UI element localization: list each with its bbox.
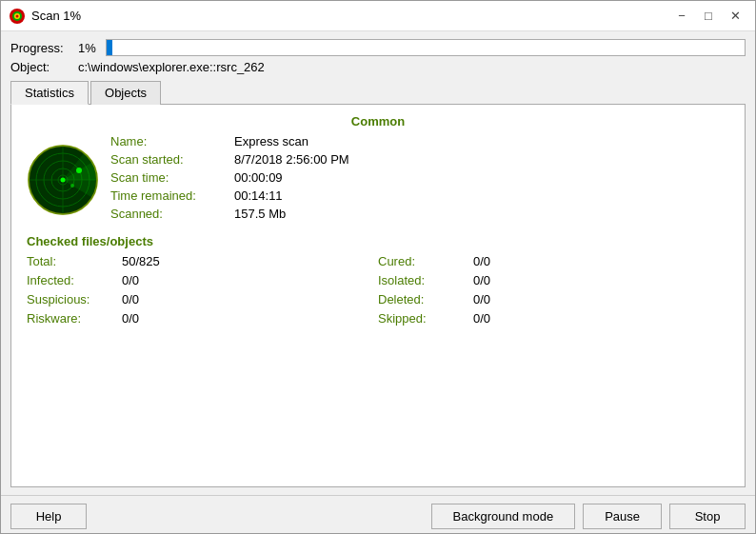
progress-label: Progress:	[10, 41, 72, 55]
checked-row-infected: Infected: 0/0	[27, 273, 378, 287]
stats-row-time-remained: Time remained: 00:14:11	[110, 188, 729, 203]
maximize-button[interactable]: □	[696, 7, 721, 26]
stats-row-scan-time: Scan time: 00:00:09	[110, 170, 729, 185]
stats-row-scan-started: Scan started: 8/7/2018 2:56:00 PM	[110, 152, 729, 167]
checked-deleted-value: 0/0	[473, 292, 490, 307]
stats-name-label: Name:	[110, 134, 234, 148]
stop-button[interactable]: Stop	[669, 504, 746, 529]
checked-total-label: Total:	[27, 254, 122, 268]
stats-main: Name: Express scan Scan started: 8/7/201…	[110, 134, 729, 225]
checked-total-value: 50/825	[122, 254, 160, 268]
common-section-title: Common	[27, 114, 729, 129]
object-row: Object: c:\windows\explorer.exe::rsrc_26…	[10, 60, 746, 74]
checked-skipped-label: Skipped:	[378, 311, 473, 326]
checked-col-right: Cured: 0/0 Isolated: 0/0 Deleted: 0/0	[378, 254, 729, 330]
footer: Help Background mode Pause Stop	[1, 495, 755, 533]
checked-row-total: Total: 50/825	[27, 254, 378, 268]
progress-bar-fill	[107, 40, 113, 55]
checked-row-skipped: Skipped: 0/0	[378, 311, 729, 326]
window-title: Scan 1%	[31, 9, 669, 23]
stats-time-remained-label: Time remained:	[110, 188, 234, 203]
progress-row: Progress: 1%	[10, 39, 746, 56]
checked-row-cured: Cured: 0/0	[378, 254, 729, 268]
minimize-button[interactable]: −	[669, 7, 694, 26]
object-label: Object:	[10, 60, 72, 74]
radar-section: Name: Express scan Scan started: 8/7/201…	[27, 134, 729, 225]
svg-point-3	[16, 14, 19, 17]
stats-scanned-value: 157.5 Mb	[234, 207, 286, 221]
background-mode-button[interactable]: Background mode	[431, 504, 576, 529]
stats-row-scanned: Scanned: 157.5 Mb	[110, 207, 729, 221]
tabs: Statistics Objects	[10, 80, 746, 105]
main-window: Scan 1% − □ ✕ Progress: 1% Object: c:\wi…	[0, 0, 756, 534]
checked-deleted-label: Deleted:	[378, 292, 473, 307]
checked-skipped-value: 0/0	[473, 311, 490, 326]
stats-scan-started-value: 8/7/2018 2:56:00 PM	[234, 152, 349, 167]
checked-section: Checked files/objects Total: 50/825 Infe…	[27, 234, 729, 330]
stats-row-name: Name: Express scan	[110, 134, 729, 148]
checked-row-suspicious: Suspicious: 0/0	[27, 292, 378, 307]
pause-button[interactable]: Pause	[583, 504, 662, 529]
tab-statistics[interactable]: Statistics	[10, 81, 89, 105]
checked-isolated-label: Isolated:	[378, 273, 473, 287]
checked-section-title: Checked files/objects	[27, 234, 729, 248]
progress-percent: 1%	[78, 41, 96, 55]
checked-col-left: Total: 50/825 Infected: 0/0 Suspicious: …	[27, 254, 378, 330]
checked-infected-value: 0/0	[122, 273, 139, 287]
svg-point-13	[61, 178, 66, 183]
radar-icon	[27, 144, 99, 216]
close-button[interactable]: ✕	[723, 7, 747, 26]
tab-content-statistics: Common	[10, 105, 746, 487]
app-icon	[9, 8, 26, 25]
svg-point-11	[76, 168, 82, 173]
svg-point-12	[70, 184, 74, 188]
object-value: c:\windows\explorer.exe::rsrc_262	[78, 60, 265, 74]
tab-objects[interactable]: Objects	[90, 81, 161, 105]
checked-suspicious-label: Suspicious:	[27, 292, 122, 307]
stats-scanned-label: Scanned:	[110, 207, 234, 221]
checked-riskware-label: Riskware:	[27, 311, 122, 326]
checked-suspicious-value: 0/0	[122, 292, 139, 307]
checked-cured-label: Cured:	[378, 254, 473, 268]
checked-row-isolated: Isolated: 0/0	[378, 273, 729, 287]
checked-isolated-value: 0/0	[473, 273, 490, 287]
stats-scan-time-label: Scan time:	[110, 170, 234, 185]
stats-name-value: Express scan	[234, 134, 308, 148]
footer-right: Background mode Pause Stop	[431, 504, 746, 529]
window-body: Progress: 1% Object: c:\windows\explorer…	[1, 31, 755, 495]
checked-row-riskware: Riskware: 0/0	[27, 311, 378, 326]
stats-scan-started-label: Scan started:	[110, 152, 234, 167]
progress-bar-container	[106, 39, 746, 56]
checked-grid: Total: 50/825 Infected: 0/0 Suspicious: …	[27, 254, 729, 330]
checked-cured-value: 0/0	[473, 254, 490, 268]
help-button[interactable]: Help	[10, 504, 87, 529]
window-controls: − □ ✕	[669, 7, 747, 26]
title-bar: Scan 1% − □ ✕	[1, 1, 755, 31]
checked-row-deleted: Deleted: 0/0	[378, 292, 729, 307]
checked-infected-label: Infected:	[27, 273, 122, 287]
stats-time-remained-value: 00:14:11	[234, 188, 283, 203]
stats-scan-time-value: 00:00:09	[234, 170, 283, 185]
checked-riskware-value: 0/0	[122, 311, 139, 326]
